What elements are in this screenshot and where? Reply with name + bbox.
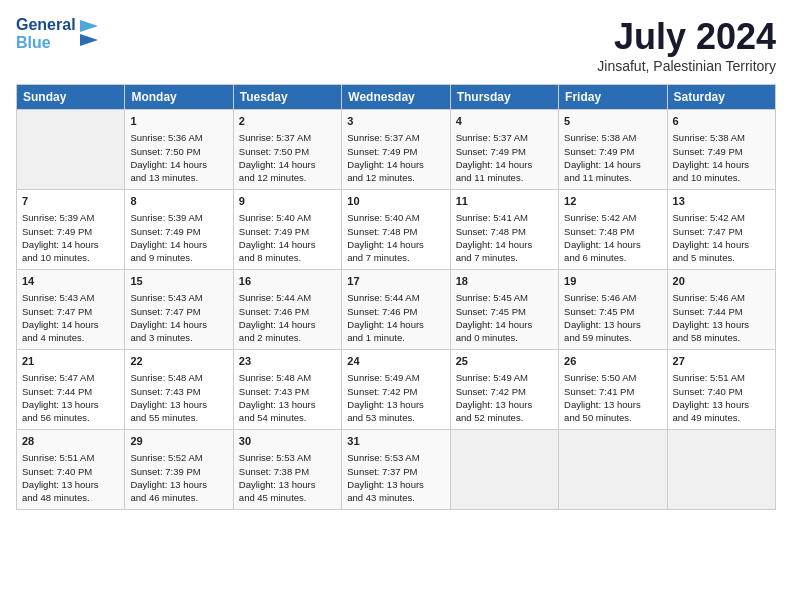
day-info: and 52 minutes. [456,411,553,424]
day-info: Sunset: 7:49 PM [564,145,661,158]
day-info: Daylight: 13 hours [673,318,770,331]
calendar-cell: 17Sunrise: 5:44 AMSunset: 7:46 PMDayligh… [342,270,450,350]
day-number: 11 [456,194,553,209]
day-info: and 55 minutes. [130,411,227,424]
day-info: and 54 minutes. [239,411,336,424]
day-number: 3 [347,114,444,129]
day-number: 18 [456,274,553,289]
day-info: Daylight: 13 hours [564,318,661,331]
day-number: 23 [239,354,336,369]
calendar-cell: 4Sunrise: 5:37 AMSunset: 7:49 PMDaylight… [450,110,558,190]
day-number: 2 [239,114,336,129]
calendar-cell: 31Sunrise: 5:53 AMSunset: 7:37 PMDayligh… [342,430,450,510]
col-header-monday: Monday [125,85,233,110]
day-info: and 48 minutes. [22,491,119,504]
calendar-cell [450,430,558,510]
day-number: 14 [22,274,119,289]
day-info: Sunrise: 5:38 AM [673,131,770,144]
day-info: Sunset: 7:37 PM [347,465,444,478]
day-number: 20 [673,274,770,289]
calendar-table: SundayMondayTuesdayWednesdayThursdayFrid… [16,84,776,510]
day-number: 17 [347,274,444,289]
day-info: Sunset: 7:47 PM [22,305,119,318]
day-number: 30 [239,434,336,449]
calendar-cell: 11Sunrise: 5:41 AMSunset: 7:48 PMDayligh… [450,190,558,270]
day-number: 24 [347,354,444,369]
day-info: Sunset: 7:40 PM [22,465,119,478]
day-info: Daylight: 13 hours [239,398,336,411]
calendar-cell: 30Sunrise: 5:53 AMSunset: 7:38 PMDayligh… [233,430,341,510]
col-header-wednesday: Wednesday [342,85,450,110]
calendar-cell [17,110,125,190]
day-info: Sunset: 7:50 PM [130,145,227,158]
day-info: and 5 minutes. [673,251,770,264]
day-info: Daylight: 14 hours [564,158,661,171]
day-info: and 12 minutes. [347,171,444,184]
day-info: and 13 minutes. [130,171,227,184]
day-info: Daylight: 13 hours [347,398,444,411]
day-info: Sunset: 7:42 PM [456,385,553,398]
day-number: 16 [239,274,336,289]
col-header-friday: Friday [559,85,667,110]
calendar-cell: 6Sunrise: 5:38 AMSunset: 7:49 PMDaylight… [667,110,775,190]
day-info: and 8 minutes. [239,251,336,264]
day-number: 12 [564,194,661,209]
calendar-cell: 16Sunrise: 5:44 AMSunset: 7:46 PMDayligh… [233,270,341,350]
day-info: Sunrise: 5:45 AM [456,291,553,304]
day-number: 7 [22,194,119,209]
calendar-cell: 21Sunrise: 5:47 AMSunset: 7:44 PMDayligh… [17,350,125,430]
day-number: 31 [347,434,444,449]
day-info: Sunrise: 5:39 AM [22,211,119,224]
day-info: Daylight: 13 hours [130,398,227,411]
day-info: Daylight: 13 hours [22,478,119,491]
day-info: Sunset: 7:43 PM [239,385,336,398]
day-info: Sunset: 7:49 PM [239,225,336,238]
day-number: 19 [564,274,661,289]
day-info: Daylight: 14 hours [347,238,444,251]
day-number: 10 [347,194,444,209]
day-info: Daylight: 14 hours [673,158,770,171]
day-info: Sunrise: 5:51 AM [22,451,119,464]
day-info: and 6 minutes. [564,251,661,264]
day-info: and 59 minutes. [564,331,661,344]
day-info: Sunrise: 5:52 AM [130,451,227,464]
day-info: Sunset: 7:41 PM [564,385,661,398]
day-info: Daylight: 14 hours [564,238,661,251]
day-info: Daylight: 14 hours [673,238,770,251]
day-info: Daylight: 14 hours [130,318,227,331]
day-info: Daylight: 13 hours [22,398,119,411]
day-info: Sunset: 7:48 PM [347,225,444,238]
calendar-cell: 7Sunrise: 5:39 AMSunset: 7:49 PMDaylight… [17,190,125,270]
day-info: and 7 minutes. [456,251,553,264]
location-subtitle: Jinsafut, Palestinian Territory [597,58,776,74]
calendar-cell [559,430,667,510]
day-info: Sunset: 7:49 PM [22,225,119,238]
day-number: 4 [456,114,553,129]
day-info: Daylight: 13 hours [673,398,770,411]
day-info: and 50 minutes. [564,411,661,424]
day-info: and 46 minutes. [130,491,227,504]
month-year-title: July 2024 [597,16,776,58]
svg-marker-0 [80,20,98,32]
day-info: and 1 minute. [347,331,444,344]
day-number: 22 [130,354,227,369]
day-number: 21 [22,354,119,369]
day-info: Sunrise: 5:48 AM [130,371,227,384]
day-number: 27 [673,354,770,369]
day-info: and 45 minutes. [239,491,336,504]
day-info: Sunset: 7:43 PM [130,385,227,398]
day-info: Sunrise: 5:43 AM [22,291,119,304]
day-info: Sunset: 7:42 PM [347,385,444,398]
svg-marker-1 [80,34,98,46]
day-info: and 11 minutes. [564,171,661,184]
calendar-cell: 23Sunrise: 5:48 AMSunset: 7:43 PMDayligh… [233,350,341,430]
calendar-cell: 19Sunrise: 5:46 AMSunset: 7:45 PMDayligh… [559,270,667,350]
day-info: Sunrise: 5:42 AM [564,211,661,224]
page-header: GeneralBlue July 2024 Jinsafut, Palestin… [16,16,776,74]
day-info: Sunset: 7:46 PM [347,305,444,318]
day-info: Sunset: 7:46 PM [239,305,336,318]
day-info: Sunrise: 5:41 AM [456,211,553,224]
day-number: 26 [564,354,661,369]
day-info: Sunset: 7:45 PM [456,305,553,318]
day-info: and 7 minutes. [347,251,444,264]
